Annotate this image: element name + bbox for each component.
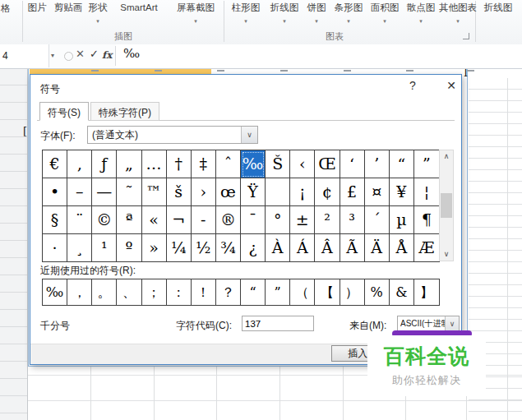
symbol-cell[interactable]: ° bbox=[266, 206, 290, 234]
symbol-cell[interactable]: ” bbox=[414, 150, 439, 178]
ribbon-button[interactable]: 面积图▾ bbox=[367, 2, 403, 26]
symbol-cell[interactable]: Ã bbox=[340, 234, 365, 261]
symbol-cell[interactable] bbox=[266, 178, 290, 206]
symbol-cell[interactable]: Á bbox=[290, 234, 315, 261]
dialog-launcher-icon[interactable] bbox=[463, 33, 469, 39]
symbol-cell[interactable]: ² bbox=[315, 206, 340, 234]
name-box-arrow-icon[interactable]: ▾ bbox=[51, 52, 54, 59]
symbol-cell[interactable]: ¼ bbox=[167, 234, 192, 261]
close-icon[interactable]: ✕ bbox=[442, 79, 460, 92]
recent-symbol-cell[interactable]: 、 bbox=[117, 279, 141, 305]
symbol-cell[interactable]: ’ bbox=[365, 150, 390, 178]
chevron-down-icon[interactable]: ∨ bbox=[445, 316, 459, 331]
symbol-cell[interactable]: ˆ bbox=[216, 150, 241, 178]
char-code-input[interactable] bbox=[242, 316, 314, 331]
ribbon-button[interactable]: SmartArt bbox=[113, 2, 165, 13]
symbol-cell[interactable]: • bbox=[43, 178, 67, 206]
symbol-cell[interactable]: Š bbox=[266, 150, 290, 178]
recent-symbol-cell[interactable]: 】 bbox=[414, 279, 439, 305]
tab-special-characters[interactable]: 特殊字符(P) bbox=[90, 102, 159, 121]
symbol-cell[interactable]: £ bbox=[340, 178, 365, 206]
symbol-cell[interactable]: ˜ bbox=[117, 178, 141, 206]
ribbon-button[interactable]: 条形图▾ bbox=[330, 2, 367, 26]
scroll-down-icon[interactable]: ∨ bbox=[440, 248, 453, 261]
symbol-cell[interactable]: ¡ bbox=[290, 178, 315, 206]
symbol-cell[interactable]: Â bbox=[315, 234, 340, 261]
cancel-button[interactable]: ✕ bbox=[76, 48, 85, 60]
ribbon-button[interactable]: 柱形图▾ bbox=[228, 2, 264, 26]
symbol-cell[interactable]: — bbox=[92, 178, 117, 206]
enter-button[interactable]: ✓ bbox=[90, 48, 99, 60]
recent-symbol-cell[interactable]: ） bbox=[340, 279, 365, 305]
symbol-cell[interactable]: ¦ bbox=[414, 178, 439, 206]
symbol-cell[interactable]: › bbox=[192, 178, 216, 206]
symbol-cell-selected[interactable]: ‰ bbox=[241, 150, 266, 178]
ribbon-button[interactable]: 图片 bbox=[25, 2, 49, 13]
symbol-cell[interactable]: ¢ bbox=[315, 178, 340, 206]
symbol-cell[interactable]: † bbox=[167, 150, 192, 178]
symbol-cell[interactable]: ¾ bbox=[216, 234, 241, 261]
recent-symbol-cell[interactable]: 【 bbox=[315, 279, 340, 305]
symbol-cell[interactable]: µ bbox=[390, 206, 414, 234]
symbol-cell[interactable]: ¯ bbox=[241, 206, 266, 234]
recent-symbol-cell[interactable]: “ bbox=[241, 279, 266, 305]
symbol-cell[interactable]: œ bbox=[216, 178, 241, 206]
ribbon-button[interactable]: 饼图▾ bbox=[303, 2, 330, 26]
symbol-cell[interactable]: Ÿ bbox=[241, 178, 266, 206]
symbol-cell[interactable]: ¶ bbox=[414, 206, 439, 234]
symbol-cell[interactable]: Æ bbox=[414, 234, 439, 261]
symbol-cell[interactable]: « bbox=[142, 206, 167, 234]
scroll-up-icon[interactable]: ∧ bbox=[440, 150, 453, 163]
symbol-cell[interactable]: ± bbox=[290, 206, 315, 234]
recent-symbol-cell[interactable]: ； bbox=[142, 279, 167, 305]
ribbon-button[interactable]: 其他图表▾ bbox=[438, 2, 478, 26]
ribbon-partial-label[interactable]: 格 bbox=[1, 2, 11, 15]
symbol-cell[interactable]: š bbox=[167, 178, 192, 206]
symbol-cell[interactable]: ® bbox=[216, 206, 241, 234]
symbol-cell[interactable]: „ bbox=[117, 150, 141, 178]
symbol-cell[interactable]: ¬ bbox=[167, 206, 192, 234]
symbol-cell[interactable]: Œ bbox=[315, 150, 340, 178]
scrollbar-thumb[interactable] bbox=[441, 193, 452, 218]
symbol-cell[interactable]: ½ bbox=[192, 234, 216, 261]
symbol-cell[interactable]: … bbox=[142, 150, 167, 178]
ribbon-button[interactable]: 剪贴画 bbox=[50, 2, 86, 13]
symbol-cell[interactable]: ³ bbox=[340, 206, 365, 234]
recent-symbol-cell[interactable]: ！ bbox=[192, 279, 216, 305]
symbol-cell[interactable]: ‡ bbox=[192, 150, 216, 178]
ribbon-button[interactable]: 折线图 bbox=[479, 2, 517, 13]
symbol-cell[interactable]: ¸ bbox=[67, 234, 92, 261]
symbol-cell[interactable]: À bbox=[266, 234, 290, 261]
insert-function-button[interactable]: fx bbox=[102, 49, 112, 61]
symbol-cell[interactable]: Ä bbox=[365, 234, 390, 261]
recent-symbol-cell[interactable]: ” bbox=[266, 279, 290, 305]
ribbon-button[interactable]: 散点图▾ bbox=[403, 2, 439, 26]
ribbon-button[interactable]: 屏幕截图▾ bbox=[172, 2, 219, 26]
symbol-cell[interactable]: » bbox=[142, 234, 167, 261]
formula-input[interactable]: ‰ bbox=[116, 44, 522, 67]
tab-symbols[interactable]: 符号(S) bbox=[39, 102, 89, 121]
symbol-cell[interactable]: ƒ bbox=[92, 150, 117, 178]
scrollbar[interactable]: ∧ ∨ bbox=[439, 150, 454, 261]
symbol-cell[interactable]: - bbox=[192, 206, 216, 234]
symbol-cell[interactable]: € bbox=[43, 150, 67, 178]
recent-symbol-cell[interactable]: ？ bbox=[216, 279, 241, 305]
symbol-cell[interactable]: § bbox=[43, 206, 67, 234]
from-select[interactable]: ASCII(十进制) ∨ bbox=[397, 316, 460, 332]
ribbon-button[interactable]: 形状▾ bbox=[85, 2, 110, 26]
symbol-cell[interactable]: – bbox=[67, 178, 92, 206]
symbol-cell[interactable]: Å bbox=[390, 234, 414, 261]
symbol-cell[interactable]: ‚ bbox=[67, 150, 92, 178]
recent-symbol-cell[interactable]: % bbox=[365, 279, 390, 305]
symbol-cell[interactable]: · bbox=[43, 234, 67, 261]
symbol-cell[interactable]: ¹ bbox=[92, 234, 117, 261]
symbol-cell[interactable]: ¿ bbox=[241, 234, 266, 261]
ribbon-button[interactable]: 折线图▾ bbox=[266, 2, 303, 26]
font-select[interactable]: (普通文本) ∨ bbox=[87, 126, 258, 144]
recent-symbol-cell[interactable]: 。 bbox=[92, 279, 117, 305]
symbol-cell[interactable]: ‹ bbox=[290, 150, 315, 178]
symbol-cell[interactable]: © bbox=[92, 206, 117, 234]
recent-symbol-cell[interactable]: & bbox=[390, 279, 414, 305]
help-icon[interactable]: ? bbox=[404, 79, 421, 92]
recent-symbol-cell[interactable]: ‰ bbox=[43, 279, 67, 305]
